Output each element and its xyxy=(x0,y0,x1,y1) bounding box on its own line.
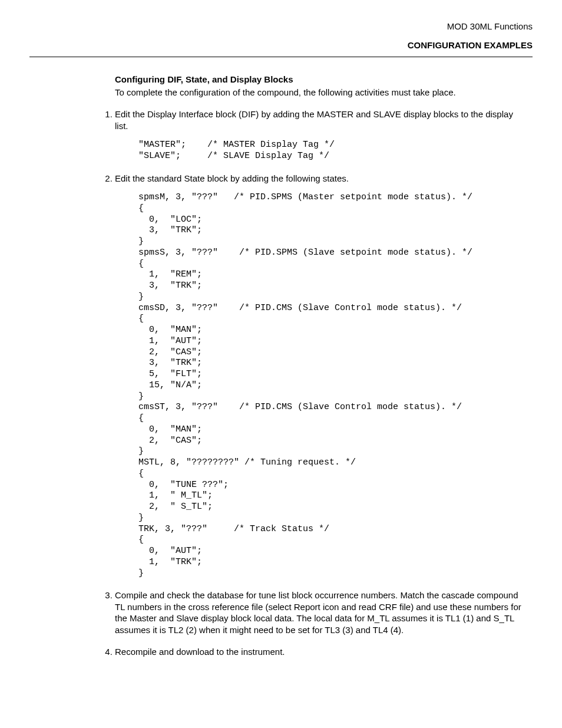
intro-paragraph: To complete the configuration of the com… xyxy=(115,87,525,98)
header-rule xyxy=(29,57,533,57)
step-2-code: spmsM, 3, "???" /* PID.SPMS (Master setp… xyxy=(138,192,525,579)
step-3: Compile and check the database for tune … xyxy=(115,589,525,635)
subsection-heading: Configuring DIF, State, and Display Bloc… xyxy=(115,74,525,85)
header-product: MOD 30ML Functions xyxy=(29,21,533,32)
step-4-text: Recompile and download to the instrument… xyxy=(115,647,285,657)
step-3-text: Compile and check the database for tune … xyxy=(115,590,521,635)
step-4: Recompile and download to the instrument… xyxy=(115,646,525,658)
step-1-code: "MASTER"; /* MASTER Display Tag */ "SLAV… xyxy=(138,140,525,162)
step-2-text: Edit the standard State block by adding … xyxy=(115,173,349,183)
step-1-text: Edit the Display Interface block (DIF) b… xyxy=(115,109,513,131)
step-1: Edit the Display Interface block (DIF) b… xyxy=(115,108,525,162)
step-2: Edit the standard State block by adding … xyxy=(115,173,525,579)
header-section: CONFIGURATION EXAMPLES xyxy=(29,39,533,51)
steps-list: Edit the Display Interface block (DIF) b… xyxy=(29,108,525,658)
